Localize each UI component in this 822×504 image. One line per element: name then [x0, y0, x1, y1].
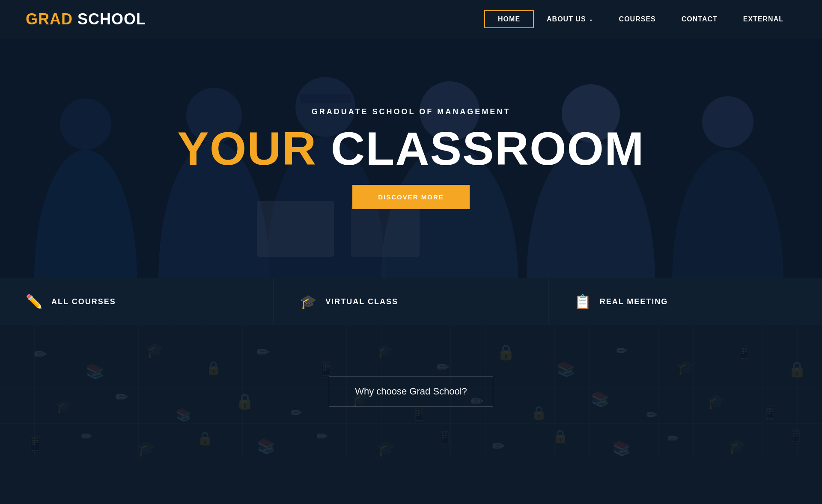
svg-text:📚: 📚: [86, 362, 104, 380]
svg-text:🎓: 🎓: [137, 439, 156, 457]
chevron-down-icon: ⌄: [589, 16, 593, 22]
svg-text:🎓: 🎓: [377, 439, 396, 457]
svg-text:📚: 📚: [557, 360, 575, 378]
logo-grad: GRAD: [26, 10, 73, 28]
svg-text:🎓: 🎓: [146, 341, 164, 359]
svg-text:✏: ✏: [291, 406, 302, 420]
svg-text:✏: ✏: [668, 431, 679, 445]
svg-text:🔒: 🔒: [788, 360, 807, 378]
pencil-icon: ✏️: [26, 294, 43, 310]
nav-link-external[interactable]: EXTERNAL: [730, 11, 796, 27]
nav-label-courses: COURSES: [619, 15, 656, 23]
svg-text:📚: 📚: [612, 439, 631, 457]
nav-label-home: HOME: [498, 15, 520, 23]
logo[interactable]: GRAD SCHOOL: [26, 10, 146, 28]
feature-label-real-meeting: REAL MEETING: [600, 297, 668, 306]
svg-text:📚: 📚: [176, 407, 192, 423]
feature-card-virtual-class[interactable]: 🎓 VIRTUAL CLASS: [274, 278, 548, 325]
svg-text:✏: ✏: [81, 429, 92, 443]
svg-text:✏: ✏: [116, 388, 128, 405]
svg-text:✏: ✏: [646, 408, 657, 422]
svg-text:📚: 📚: [257, 437, 276, 455]
svg-text:🔒: 🔒: [552, 429, 569, 444]
nav-item-courses[interactable]: COURSES: [606, 11, 669, 27]
svg-text:🔒: 🔒: [197, 431, 213, 446]
hero-section: GRADUATE SCHOOL OF MANAGEMENT YOUR CLASS…: [0, 39, 822, 278]
feature-label-virtual-class: VIRTUAL CLASS: [325, 297, 398, 306]
feature-card-real-meeting[interactable]: 📋 REAL MEETING: [548, 278, 822, 325]
navbar: GRAD SCHOOL HOME ABOUT US ⌄ COURSES CONT…: [0, 0, 822, 39]
feature-card-all-courses[interactable]: ✏️ ALL COURSES: [0, 278, 274, 325]
svg-text:🔒: 🔒: [235, 392, 254, 410]
nav-link-contact[interactable]: CONTACT: [669, 11, 730, 27]
nav-item-external[interactable]: EXTERNAL: [730, 11, 796, 27]
nav-link-courses[interactable]: COURSES: [606, 11, 669, 27]
nav-label-contact: CONTACT: [682, 15, 718, 23]
svg-text:✏: ✏: [616, 344, 627, 358]
svg-text:✏: ✏: [34, 346, 47, 362]
svg-text:📱: 📱: [317, 360, 336, 378]
hero-subtitle: GRADUATE SCHOOL OF MANAGEMENT: [312, 107, 510, 116]
svg-text:🎓: 🎓: [728, 437, 747, 455]
svg-text:✏: ✏: [257, 344, 269, 360]
svg-text:📱: 📱: [26, 435, 45, 453]
nav-label-about: ABOUT US: [547, 15, 586, 23]
nav-item-about[interactable]: ABOUT US ⌄: [534, 11, 606, 27]
svg-text:🎓: 🎓: [377, 343, 393, 359]
hero-title-classroom: CLASSROOM: [317, 122, 645, 175]
svg-text:🔒: 🔒: [531, 405, 547, 421]
nav-links: HOME ABOUT US ⌄ COURSES CONTACT EXTERNAL: [484, 10, 796, 28]
svg-text:✏: ✏: [437, 359, 449, 375]
lower-section: ✏ 📚 🎓 🔒 ✏ 📱 🎓 ✏ 🔒 📚 ✏ 🎓 📱 🔒 🎓 ✏ 📚 🔒: [0, 325, 822, 458]
nav-link-about[interactable]: ABOUT US ⌄: [534, 11, 606, 27]
svg-text:🎓: 🎓: [706, 392, 725, 410]
svg-text:🔒: 🔒: [497, 343, 515, 361]
svg-text:✏: ✏: [317, 429, 328, 443]
why-choose-text: Why choose Grad School?: [355, 386, 467, 397]
svg-text:📱: 📱: [762, 405, 778, 421]
hero-title: YOUR CLASSROOM: [177, 125, 644, 172]
nav-item-contact[interactable]: CONTACT: [669, 11, 730, 27]
feature-label-all-courses: ALL COURSES: [51, 297, 116, 306]
discover-more-button[interactable]: DISCOVER MORE: [352, 185, 470, 209]
feature-cards: ✏️ ALL COURSES 🎓 VIRTUAL CLASS 📋 REAL ME…: [0, 278, 822, 325]
svg-text:🎓: 🎓: [56, 399, 72, 414]
svg-text:🔒: 🔒: [206, 360, 222, 376]
svg-text:✏: ✏: [492, 438, 505, 454]
notebook-icon: 📋: [574, 294, 591, 310]
svg-text:🎓: 🎓: [676, 358, 695, 376]
hero-title-your: YOUR: [177, 122, 317, 175]
svg-text:📱: 📱: [736, 345, 753, 361]
nav-item-home[interactable]: HOME: [484, 10, 534, 28]
svg-text:📱: 📱: [788, 429, 804, 444]
hero-content: GRADUATE SCHOOL OF MANAGEMENT YOUR CLASS…: [177, 107, 644, 209]
svg-text:📱: 📱: [437, 431, 453, 446]
svg-text:📱: 📱: [411, 407, 427, 423]
nav-label-external: EXTERNAL: [743, 15, 783, 23]
nav-link-home[interactable]: HOME: [484, 10, 534, 28]
why-choose-box[interactable]: Why choose Grad School?: [329, 376, 493, 407]
graduation-cap-icon: 🎓: [300, 294, 317, 310]
svg-text:📚: 📚: [591, 390, 610, 408]
logo-school: SCHOOL: [73, 10, 146, 28]
